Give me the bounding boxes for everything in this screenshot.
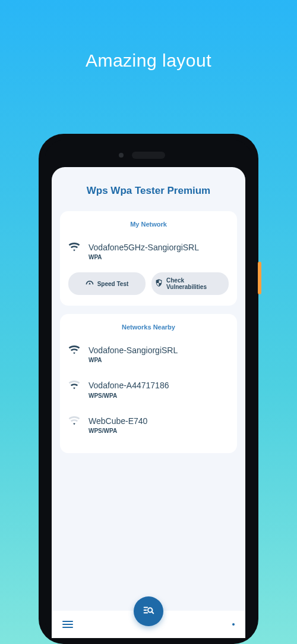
svg-line-4 <box>152 612 154 614</box>
hamburger-icon <box>62 621 73 628</box>
speed-test-label: Speed Test <box>97 281 129 287</box>
menu-button[interactable] <box>62 619 73 630</box>
network-name: WebCube-E740 <box>89 416 229 426</box>
check-vulnerabilities-button[interactable]: Check Vulnerabilities <box>151 272 229 295</box>
shield-icon <box>155 279 163 288</box>
nearby-network-row[interactable]: Vodafone-SangiorgiSRL WPA <box>68 340 229 372</box>
nearby-network-row[interactable]: Vodafone-A44717186 WPS/WPA <box>68 372 229 407</box>
nearby-network-row[interactable]: WebCube-E740 WPS/WPA <box>68 407 229 442</box>
more-horizontal-icon <box>232 623 235 626</box>
network-security: WPS/WPA <box>89 428 229 434</box>
app-title: Wps Wpa Tester Premium <box>60 185 237 197</box>
phone-speaker <box>132 152 165 159</box>
my-network-header: My Network <box>68 221 229 228</box>
networks-nearby-card: Networks Nearby Vodafone-SangiorgiSRL WP… <box>60 314 237 453</box>
scan-fab-button[interactable] <box>134 596 163 626</box>
speed-test-button[interactable]: Speed Test <box>68 272 146 295</box>
wifi-full-icon <box>68 345 80 354</box>
promo-headline: Amazing layout <box>0 0 297 71</box>
network-name: Vodafone-SangiorgiSRL <box>89 345 229 356</box>
wifi-low-icon <box>68 416 80 425</box>
phone-frame: Wps Wpa Tester Premium My Network Vodafo… <box>39 134 258 644</box>
my-network-row[interactable]: Vodafone5GHz-SangiorgiSRL WPA <box>68 237 229 269</box>
network-security: WPA <box>89 357 229 363</box>
networks-nearby-header: Networks Nearby <box>68 323 229 331</box>
my-network-card: My Network Vodafone5GHz-SangiorgiSRL WPA <box>60 211 237 306</box>
wifi-mid-icon <box>68 380 80 389</box>
network-name: Vodafone-A44717186 <box>89 380 229 391</box>
check-vulnerabilities-label: Check Vulnerabilities <box>166 277 225 290</box>
speedometer-icon <box>86 279 94 288</box>
network-security: WPA <box>89 254 229 260</box>
app-screen: Wps Wpa Tester Premium My Network Vodafo… <box>52 167 245 638</box>
scan-search-icon <box>142 604 155 619</box>
phone-side-button <box>258 262 261 294</box>
wifi-full-icon <box>68 242 80 252</box>
more-button[interactable] <box>232 623 235 626</box>
network-name: Vodafone5GHz-SangiorgiSRL <box>89 242 229 253</box>
network-security: WPS/WPA <box>89 392 229 399</box>
